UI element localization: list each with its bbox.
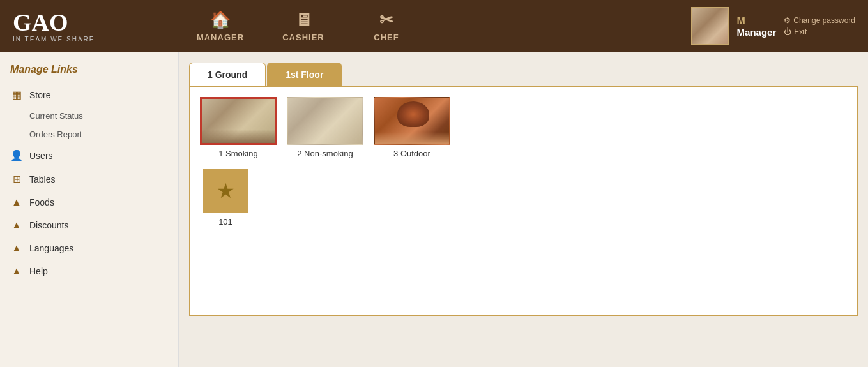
rooms-grid: 1 Smoking 2 Non-smoking 3 Outdoor — [200, 97, 847, 158]
tables-icon: ⊞ — [10, 173, 23, 185]
power-icon: ⏻ — [784, 27, 791, 36]
room-card-smoking[interactable]: 1 Smoking — [200, 97, 277, 158]
user-actions: ⚙ Change password ⏻ Exit — [784, 16, 855, 36]
header: GAO IN TEAM WE SHARE 🏠 MANAGER 🖥 CASHIER… — [0, 0, 868, 52]
tables-label: Tables — [29, 174, 55, 184]
sidebar-subitem-current-status[interactable]: Current Status — [0, 107, 178, 125]
table-card-101[interactable]: ★ 101 — [200, 169, 251, 227]
sidebar-item-discounts[interactable]: ▲ Discounts — [0, 214, 178, 237]
nav-tabs: 🏠 MANAGER 🖥 CASHIER ✂ CHEF — [179, 0, 691, 52]
sidebar-item-users[interactable]: 👤 Users — [0, 144, 178, 167]
logo-tagline: IN TEAM WE SHARE — [13, 36, 95, 43]
floor-tabs: 1 Ground 1st Floor — [189, 63, 858, 86]
star-icon: ★ — [217, 179, 235, 203]
main-layout: Manage Links ▦ Store Current Status Orde… — [0, 52, 868, 367]
manager-icon: 🏠 — [210, 10, 231, 30]
nav-tab-chef[interactable]: ✂ CHEF — [345, 0, 428, 52]
room-label-smoking: 1 Smoking — [218, 149, 257, 158]
discounts-icon: ▲ — [10, 220, 23, 231]
room-card-nonsmoking[interactable]: 2 Non-smoking — [287, 97, 363, 158]
chef-icon: ✂ — [379, 10, 394, 30]
room-thumb-outdoor — [374, 97, 450, 145]
change-password-link[interactable]: ⚙ Change password — [784, 16, 855, 25]
languages-icon: ▲ — [10, 243, 23, 254]
languages-label: Languages — [29, 243, 73, 253]
room-thumb-nonsmoking — [287, 97, 363, 145]
room-thumb-smoking — [200, 97, 277, 145]
sidebar-title: Manage Links — [0, 59, 178, 83]
avatar — [691, 7, 729, 45]
discounts-label: Discounts — [29, 220, 68, 230]
sidebar-item-foods[interactable]: ▲ Foods — [0, 191, 178, 214]
users-icon: 👤 — [10, 149, 23, 161]
user-name: Manager — [737, 27, 777, 38]
nav-tab-manager[interactable]: 🏠 MANAGER — [179, 0, 262, 52]
room-card-outdoor[interactable]: 3 Outdoor — [374, 97, 450, 158]
sidebar: Manage Links ▦ Store Current Status Orde… — [0, 52, 179, 367]
users-label: Users — [29, 151, 53, 161]
table-thumb-101: ★ — [203, 169, 248, 213]
nav-tab-cashier[interactable]: 🖥 CASHIER — [262, 0, 345, 52]
content-area: 1 Ground 1st Floor 1 Smoking 2 Non-smoki… — [179, 52, 868, 367]
sidebar-item-tables[interactable]: ⊞ Tables — [0, 167, 178, 191]
sidebar-item-help[interactable]: ▲ Help — [0, 260, 178, 283]
user-info: M Manager — [737, 15, 777, 38]
tables-grid: ★ 101 — [200, 169, 847, 227]
sidebar-item-store[interactable]: ▦ Store — [0, 83, 178, 107]
cashier-label: CASHIER — [282, 33, 324, 42]
chef-label: CHEF — [374, 33, 399, 42]
room-label-outdoor: 3 Outdoor — [393, 149, 430, 158]
tab-first-floor[interactable]: 1st Floor — [267, 63, 342, 86]
sidebar-subitem-orders-report[interactable]: Orders Report — [0, 125, 178, 144]
logo-text: GAO — [13, 10, 95, 34]
store-label: Store — [29, 90, 50, 100]
gear-icon: ⚙ — [784, 16, 791, 25]
help-label: Help — [29, 266, 48, 276]
avatar-image — [692, 8, 728, 44]
user-area: M Manager ⚙ Change password ⏻ Exit — [691, 7, 855, 45]
table-label-101: 101 — [218, 217, 232, 227]
floor-content: 1 Smoking 2 Non-smoking 3 Outdoor ★ — [189, 86, 858, 316]
tab-ground[interactable]: 1 Ground — [189, 63, 266, 86]
user-initial: M — [737, 15, 777, 27]
foods-label: Foods — [29, 197, 54, 207]
foods-icon: ▲ — [10, 197, 23, 208]
help-icon: ▲ — [10, 266, 23, 277]
exit-link[interactable]: ⏻ Exit — [784, 27, 855, 36]
cashier-icon: 🖥 — [295, 10, 312, 30]
logo-area: GAO IN TEAM WE SHARE — [0, 10, 179, 43]
manager-label: MANAGER — [197, 33, 244, 42]
sidebar-item-languages[interactable]: ▲ Languages — [0, 237, 178, 260]
store-icon: ▦ — [10, 89, 23, 101]
room-label-nonsmoking: 2 Non-smoking — [297, 149, 353, 158]
